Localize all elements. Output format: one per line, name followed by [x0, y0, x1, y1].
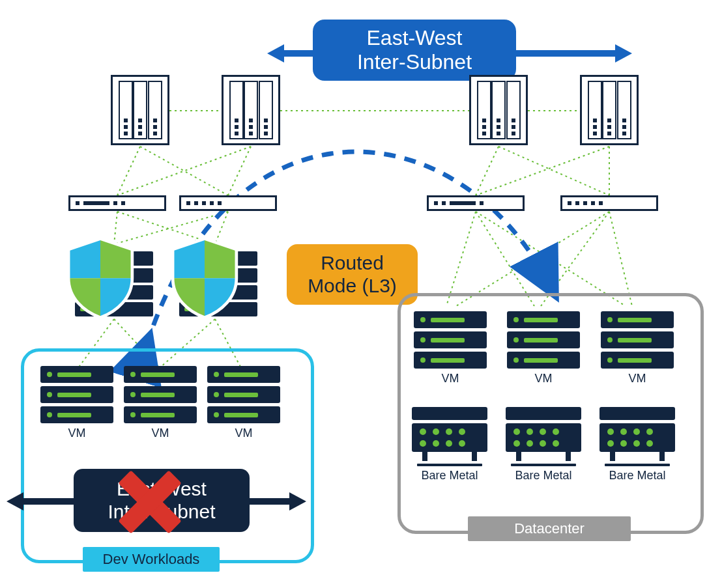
baremetal-node: Bare Metal: [412, 407, 487, 483]
svg-line-8: [498, 147, 609, 195]
diagram-stage: East-West Inter-Subnet: [0, 0, 722, 588]
firewall-node: [166, 240, 270, 318]
svg-line-4: [140, 147, 228, 195]
vm-label: VM: [207, 427, 280, 440]
spine-switch: [222, 75, 280, 145]
svg-line-19: [446, 212, 476, 306]
vm-node: VM: [207, 366, 280, 440]
svg-line-21: [476, 212, 626, 306]
svg-line-3: [117, 147, 140, 195]
shield-icon: [62, 236, 139, 319]
svg-line-22: [456, 212, 609, 306]
vm-node: VM: [124, 366, 197, 440]
badge-line2: Mode (L3): [308, 275, 397, 298]
datacenter-label: Datacenter: [468, 516, 631, 541]
bm-label: Bare Metal: [412, 469, 487, 483]
baremetal-node: Bare Metal: [599, 407, 675, 483]
vm-label: VM: [414, 372, 487, 385]
svg-line-5: [117, 147, 251, 195]
spine-switch: [469, 75, 528, 145]
blocked-x-icon: [121, 473, 179, 531]
vm-label: VM: [124, 427, 197, 440]
badge-line1: East-West: [367, 26, 463, 50]
leaf-switch: [560, 195, 658, 211]
baremetal-node: Bare Metal: [506, 407, 581, 483]
leaf-switch: [427, 195, 525, 211]
vm-label: VM: [507, 372, 580, 385]
vm-node: VM: [507, 311, 580, 385]
bm-label: Bare Metal: [599, 469, 675, 483]
leaf-switch: [179, 195, 277, 211]
leaf-switch: [68, 195, 166, 211]
spine-switch: [111, 75, 169, 145]
svg-line-23: [541, 212, 609, 306]
vm-node: VM: [601, 311, 674, 385]
dev-workloads-label: Dev Workloads: [83, 547, 220, 572]
vm-node: VM: [40, 366, 113, 440]
bm-label: Bare Metal: [506, 469, 581, 483]
badge-line1: Routed: [321, 252, 384, 275]
svg-line-9: [476, 147, 609, 195]
vm-label: VM: [601, 372, 674, 385]
vm-node: VM: [414, 311, 487, 385]
routed-mode-badge: Routed Mode (L3): [287, 244, 418, 305]
svg-line-24: [609, 212, 632, 306]
spine-switch: [580, 75, 639, 145]
svg-line-7: [476, 147, 498, 195]
svg-line-6: [228, 147, 251, 195]
east-west-inter-badge: East-West Inter-Subnet: [313, 20, 516, 81]
shield-icon: [166, 236, 243, 319]
vm-label: VM: [40, 427, 113, 440]
svg-line-20: [476, 212, 534, 306]
badge-line2: Inter-Subnet: [357, 50, 472, 74]
firewall-node: [62, 240, 166, 318]
